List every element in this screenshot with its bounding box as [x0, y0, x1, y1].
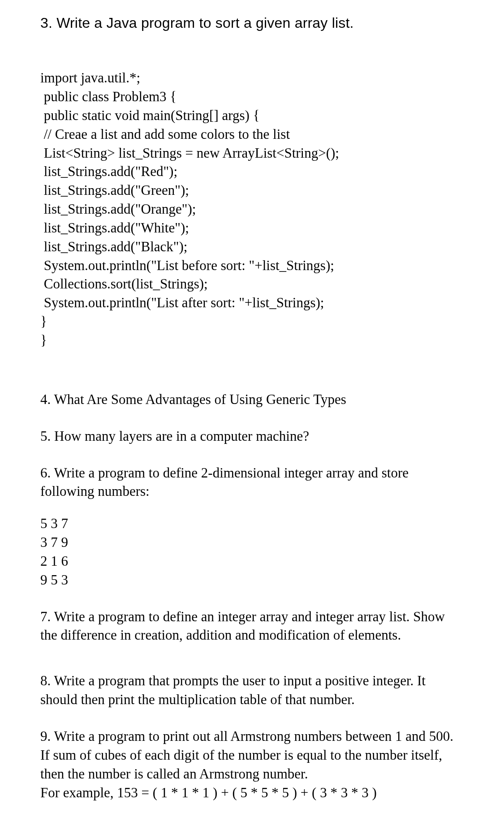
question-6: 6. Write a program to define 2-dimension…: [40, 464, 464, 501]
document-page: 3. Write a Java program to sort a given …: [0, 0, 504, 820]
code-block-problem3: import java.util.*; public class Problem…: [40, 69, 464, 350]
question-9: 9. Write a program to print out all Arms…: [40, 727, 464, 783]
question-7: 7. Write a program to define an integer …: [40, 607, 464, 645]
question-9-example: For example, 153 = ( 1 * 1 * 1 ) + ( 5 *…: [40, 783, 464, 802]
question-6-matrix: 5 3 7 3 7 9 2 1 6 9 5 3: [40, 514, 464, 589]
question-8: 8. Write a program that prompts the user…: [40, 671, 464, 709]
question-4: 4. What Are Some Advantages of Using Gen…: [40, 390, 464, 409]
question-3-heading: 3. Write a Java program to sort a given …: [40, 13, 464, 33]
question-5: 5. How many layers are in a computer mac…: [40, 427, 464, 446]
